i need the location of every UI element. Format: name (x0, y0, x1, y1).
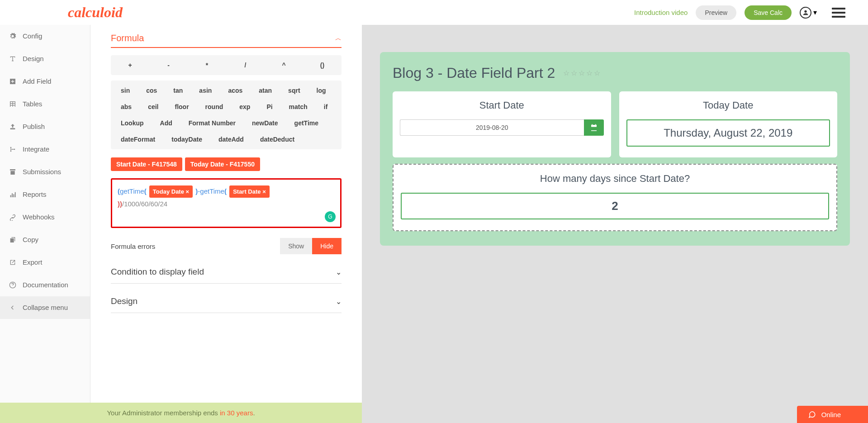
token-tag-today[interactable]: Today Date × (149, 185, 193, 198)
fn-round[interactable]: round (197, 99, 232, 115)
field-tag-today-date[interactable]: Today Date - F417550 (185, 157, 260, 171)
fn-dateformat[interactable]: dateFormat (113, 131, 163, 147)
show-errors-button[interactable]: Show (280, 238, 312, 254)
star-icon: ☆ (579, 69, 585, 77)
plus-box-icon (9, 78, 16, 85)
field-tag-start-date[interactable]: Start Date - F417548 (111, 157, 182, 171)
operator-grid: + - * / ^ () (111, 55, 342, 75)
design-section[interactable]: Design ⌄ (111, 288, 342, 313)
fn-abs[interactable]: abs (113, 99, 140, 115)
link-icon (9, 214, 16, 221)
caret-down-icon: ▾ (813, 8, 817, 17)
fn-datededuct[interactable]: dateDeduct (252, 131, 303, 147)
fn-todaydate[interactable]: todayDate (163, 131, 210, 147)
fn-exp[interactable]: exp (231, 99, 258, 115)
chevron-up-icon: ︿ (335, 34, 342, 43)
today-date-card: Today Date Thursday, August 22, 2019 (619, 91, 838, 157)
condition-section[interactable]: Condition to display field ⌄ (111, 259, 342, 284)
token-fn: getTime (120, 187, 144, 195)
footer-dot: . (253, 409, 255, 417)
fn-newdate[interactable]: newDate (244, 115, 286, 131)
fn-sin[interactable]: sin (113, 82, 138, 99)
op-divide[interactable]: / (226, 57, 265, 73)
sidebar-item-label: Add Field (23, 77, 51, 85)
sidebar-item-label: Design (23, 55, 44, 62)
fn-sqrt[interactable]: sqrt (280, 82, 308, 99)
start-date-input-wrap (400, 119, 604, 136)
table-icon (9, 100, 16, 108)
fn-log[interactable]: log (308, 82, 334, 99)
calendar-button[interactable] (584, 119, 604, 136)
formula-section-header[interactable]: Formula ︿ (111, 25, 342, 48)
fn-cos[interactable]: cos (138, 82, 165, 99)
sidebar-item-collapse[interactable]: Collapse menu (0, 296, 90, 319)
user-menu[interactable]: ▾ (800, 7, 817, 19)
token-paren: ( (144, 187, 147, 195)
online-chat-widget[interactable]: Online (797, 406, 868, 423)
op-parens[interactable]: () (303, 57, 342, 73)
sidebar-item-add-field[interactable]: Add Field (0, 70, 90, 93)
sidebar-item-label: Webhooks (23, 213, 55, 221)
sidebar-item-documentation[interactable]: Documentation (0, 274, 90, 296)
fn-match[interactable]: match (281, 99, 316, 115)
op-plus[interactable]: + (111, 57, 149, 73)
fn-atan[interactable]: atan (251, 82, 280, 99)
sidebar-item-export[interactable]: Export (0, 251, 90, 274)
start-date-label: Start Date (400, 100, 604, 111)
sidebar-item-submissions[interactable]: Submissions (0, 161, 90, 183)
fn-acos[interactable]: acos (220, 82, 251, 99)
calc-title: Blog 3 - Date Field Part 2 (393, 65, 555, 81)
sidebar-item-config[interactable]: Config (0, 25, 90, 48)
formula-editor[interactable]: (getTime( Today Date × )-getTime( Start … (111, 178, 342, 228)
sidebar-item-design[interactable]: Design (0, 48, 90, 70)
online-label: Online (821, 411, 841, 418)
calculator-card: Blog 3 - Date Field Part 2 ☆ ☆ ☆ ☆ ☆ Sta… (380, 52, 850, 246)
result-card[interactable]: How many days since Start Date? 2 (393, 164, 837, 231)
preview-button[interactable]: Preview (696, 5, 736, 20)
fn-if[interactable]: if (316, 99, 336, 115)
sidebar-item-tables[interactable]: Tables (0, 93, 90, 115)
sidebar-item-reports[interactable]: Reports (0, 183, 90, 206)
function-grid: sin cos tan asin acos atan sqrt log abs … (111, 81, 342, 149)
sidebar-item-publish[interactable]: Publish (0, 115, 90, 138)
result-label: How many days since Start Date? (401, 173, 829, 185)
formula-errors-row: Formula errors Show Hide (111, 238, 342, 254)
sidebar-item-label: Copy (23, 236, 38, 243)
sidebar-item-label: Collapse menu (23, 304, 68, 311)
hamburger-menu[interactable] (832, 8, 845, 18)
sidebar-item-label: Tables (23, 100, 42, 108)
token-tag-start[interactable]: Start Date × (229, 185, 270, 198)
star-rating[interactable]: ☆ ☆ ☆ ☆ ☆ (563, 69, 600, 77)
intro-video-link[interactable]: Introduction video (634, 9, 688, 16)
star-icon: ☆ (594, 69, 600, 77)
fn-dateadd[interactable]: dateAdd (210, 131, 252, 147)
grammarly-icon[interactable]: G (325, 211, 336, 222)
fn-ceil[interactable]: ceil (140, 99, 166, 115)
fn-pi[interactable]: Pi (258, 99, 280, 115)
sidebar-item-integrate[interactable]: Integrate (0, 138, 90, 161)
calc-title-row: Blog 3 - Date Field Part 2 ☆ ☆ ☆ ☆ ☆ (393, 65, 837, 81)
fn-asin[interactable]: asin (191, 82, 220, 99)
fn-gettime[interactable]: getTime (286, 115, 327, 131)
bars-icon (9, 191, 16, 198)
hide-errors-button[interactable]: Hide (312, 238, 342, 254)
save-calc-button[interactable]: Save Calc (745, 5, 792, 20)
fn-format-number[interactable]: Format Number (180, 115, 244, 131)
sidebar-item-label: Submissions (23, 168, 61, 176)
start-date-input[interactable] (400, 119, 584, 136)
op-minus[interactable]: - (149, 57, 188, 73)
svg-point-1 (10, 147, 12, 148)
fn-tan[interactable]: tan (165, 82, 191, 99)
copy-icon (9, 236, 16, 243)
fn-lookup[interactable]: Lookup (113, 115, 152, 131)
fn-add[interactable]: Add (152, 115, 180, 131)
preview-area: Blog 3 - Date Field Part 2 ☆ ☆ ☆ ☆ ☆ Sta… (362, 25, 868, 423)
fn-floor[interactable]: floor (166, 99, 197, 115)
op-multiply[interactable]: * (188, 57, 226, 73)
token-tag-label: Today Date (153, 188, 184, 195)
text-icon (9, 55, 16, 62)
today-date-label: Today Date (626, 100, 830, 111)
op-power[interactable]: ^ (265, 57, 303, 73)
sidebar-item-copy[interactable]: Copy (0, 228, 90, 251)
sidebar-item-webhooks[interactable]: Webhooks (0, 206, 90, 228)
